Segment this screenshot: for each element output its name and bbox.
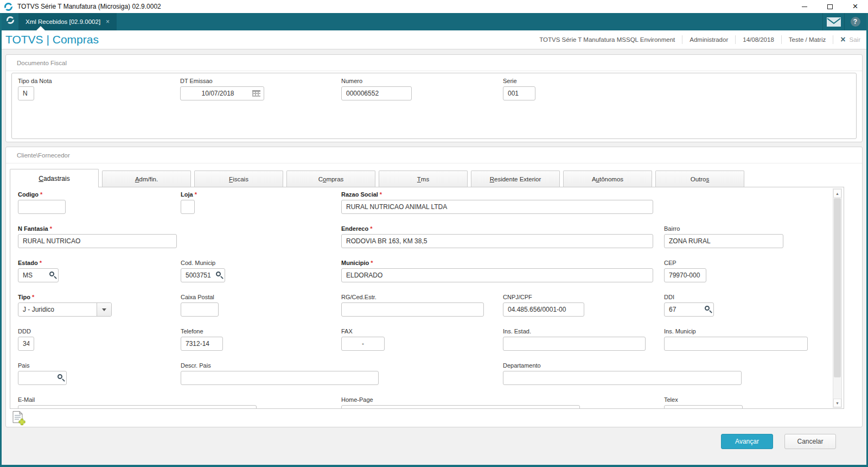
search-icon[interactable] [216, 272, 221, 276]
field-label-estado: Estado* [18, 260, 59, 267]
field-telex: Telex [664, 396, 743, 409]
departamento-input[interactable] [503, 371, 742, 385]
field-label-caixa-postal: Caixa Postal [181, 294, 219, 301]
fax-input[interactable] [341, 337, 385, 351]
loja-input[interactable] [181, 200, 195, 214]
field-cod-municip: Cod. Municip [181, 260, 225, 282]
field-label-departamento: Departamento [503, 362, 742, 370]
window-title: TOTVS Série T Manufatura (Microsiga) 02.… [17, 3, 161, 10]
tab-fiscais[interactable]: Fiscais [194, 171, 283, 187]
input-wrap [341, 302, 484, 317]
user-label[interactable]: Administrador [690, 36, 728, 43]
search-icon[interactable] [705, 306, 710, 311]
tab-compras[interactable]: Compras [286, 171, 375, 187]
tab-xml-recebidos[interactable]: Xml Recebidos [02.9.0002] × [18, 13, 117, 30]
municipio-input[interactable] [341, 268, 653, 282]
scroll-down-icon[interactable] [833, 399, 841, 407]
rg-ced-estr-input[interactable] [341, 302, 484, 317]
search-icon[interactable] [58, 374, 62, 379]
telex-input[interactable] [664, 405, 743, 409]
tab-cadastrais[interactable]: Cadastrais [10, 169, 99, 187]
tipo-select[interactable]: J - Juridico [18, 302, 112, 317]
cep-input[interactable] [664, 268, 706, 282]
descr-pais-input[interactable] [181, 371, 379, 385]
endereco-input[interactable] [341, 234, 653, 248]
field-label-ddd: DDD [18, 328, 34, 336]
scroll-up-icon[interactable] [833, 189, 841, 198]
tab-residente-exterior[interactable]: Residente Exterior [471, 171, 560, 187]
tab-adm-fin[interactable]: Adm/fin. [102, 171, 191, 187]
field-cep: CEP [664, 260, 706, 282]
workspace-bar: Xml Recebidos [02.9.0002] × [0, 13, 868, 30]
input-wrap [664, 268, 706, 282]
required-asterisk: * [195, 191, 197, 198]
home-page-input[interactable] [341, 405, 580, 409]
field-label-e-mail: E-Mail [18, 396, 257, 404]
exit-label[interactable]: Sair [850, 36, 860, 43]
tab-tms[interactable]: Tms [379, 171, 468, 187]
field-label-fax: FAX [341, 328, 385, 336]
ddd-input[interactable] [18, 337, 34, 351]
bairro-input[interactable] [664, 234, 783, 248]
input-wrap [503, 86, 535, 100]
mail-button[interactable] [822, 13, 844, 30]
help-button[interactable] [844, 13, 866, 30]
input-wrap [503, 371, 742, 385]
close-button[interactable] [843, 0, 868, 13]
field-label-text: Bairro [664, 225, 680, 232]
telefone-input[interactable] [181, 337, 223, 351]
totvs-ring-icon[interactable] [5, 16, 16, 27]
search-icon[interactable] [49, 272, 54, 276]
field-descr-pais: Descr. Pais [181, 362, 379, 385]
caixa-postal-input[interactable] [181, 302, 219, 317]
field-label-loja: Loja* [181, 191, 197, 199]
maximize-button[interactable] [817, 0, 843, 13]
field-label-rg-ced-estr: RG/Ced.Estr. [341, 294, 484, 301]
tab-outros[interactable]: Outros [655, 171, 744, 187]
chevron-down-icon[interactable] [97, 303, 111, 316]
field-label-text: Loja [181, 191, 193, 198]
field-label-text: Pais [18, 362, 29, 369]
ins-estad-input[interactable] [503, 337, 646, 351]
input-wrap [18, 337, 34, 351]
avancar-button[interactable]: Avançar [721, 434, 773, 449]
n-fantasia-input[interactable] [18, 234, 177, 248]
add-document-icon[interactable] [11, 411, 27, 425]
e-mail-input[interactable] [18, 405, 257, 409]
input-wrap [341, 200, 653, 214]
ins-municip-input[interactable] [664, 337, 808, 351]
dt-emissao-input[interactable] [180, 86, 264, 100]
tab-aut-nomos[interactable]: Autônomos [563, 171, 652, 187]
field-label-tipo: Tipo* [18, 294, 112, 301]
field-label-text: Razao Social [341, 191, 378, 198]
numero-input[interactable] [341, 86, 412, 100]
field-label-razao-social: Razao Social* [341, 191, 653, 199]
required-asterisk: * [370, 225, 372, 232]
scrollbar-thumb[interactable] [834, 198, 841, 377]
razao-social-input[interactable] [341, 200, 653, 214]
field-label-ddi: DDI [664, 294, 714, 301]
workspace-bar-actions [822, 13, 866, 30]
serie-input[interactable] [503, 86, 535, 100]
cancelar-button[interactable]: Cancelar [784, 434, 836, 449]
calendar-icon[interactable] [252, 90, 260, 97]
field-estado: Estado* [18, 260, 59, 282]
vertical-scrollbar[interactable] [833, 188, 842, 408]
minimize-button[interactable] [792, 0, 817, 13]
tipo-da-nota-input[interactable] [18, 86, 34, 100]
branch-label[interactable]: Teste / Matriz [789, 36, 826, 43]
required-asterisk: * [32, 294, 34, 300]
cnpj-cpf-input[interactable] [503, 302, 584, 317]
exit-close-icon[interactable] [840, 35, 845, 45]
field-label-cep: CEP [664, 260, 706, 267]
tab-close-icon[interactable]: × [106, 18, 110, 26]
field-bairro: Bairro [664, 225, 783, 248]
codigo-input[interactable] [18, 200, 66, 214]
field-label-text: Home-Page [341, 396, 373, 403]
field-label-text: Ins. Estad. [503, 328, 531, 335]
divider [735, 35, 736, 44]
field-label-dt-emissao: DT Emissao [180, 78, 264, 85]
field-label-cod-municip: Cod. Municip [181, 260, 225, 267]
page-title: TOTVS | Compras [5, 33, 99, 46]
minimize-icon [802, 7, 807, 7]
